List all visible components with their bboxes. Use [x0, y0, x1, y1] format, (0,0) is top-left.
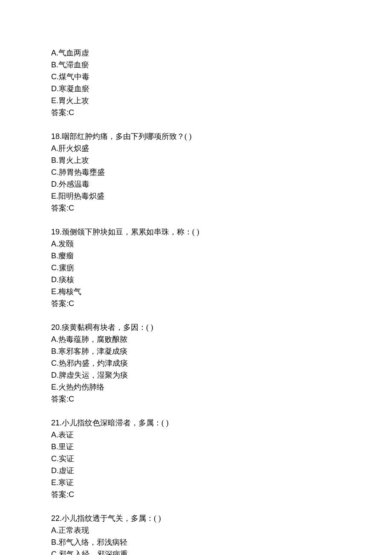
option-line: A.正常表现 [51, 524, 341, 536]
option-letter: A [51, 431, 56, 439]
option-line: E.梅核气 [51, 286, 341, 298]
answer-line: 答案:C [51, 202, 341, 214]
option-text: 胃火上攻 [58, 156, 89, 165]
option-letter: D [51, 275, 57, 284]
blank-line [51, 500, 341, 512]
option-line: B.邪气入络，邪浅病轻 [51, 536, 341, 548]
option-text: 邪气入络，邪浅病轻 [58, 538, 127, 546]
blank-line [51, 405, 341, 417]
option-text: 瘰疬 [59, 263, 74, 272]
blank-line [51, 309, 341, 321]
option-line: C.煤气中毒 [51, 71, 341, 83]
option-line: B.瘿瘤 [51, 250, 341, 262]
answer-label: 答案 [51, 490, 66, 499]
answer-value: C [69, 204, 74, 212]
option-line: D.脾虚失运，湿聚为痰 [51, 369, 341, 381]
question-number: 19 [51, 228, 60, 236]
option-letter: B [51, 61, 56, 69]
answer-label: 答案 [51, 204, 66, 212]
option-letter: B [51, 538, 56, 546]
option-letter: D [51, 466, 57, 475]
option-line: D.痰核 [51, 274, 341, 286]
option-text: 外感温毒 [59, 180, 89, 188]
option-text: 胃火上攻 [58, 96, 89, 105]
question-stem: 19.颈侧颌下肿块如豆，累累如串珠，称：( ) [51, 226, 341, 238]
question-stem: 21.小儿指纹色深暗滞者，多属：( ) [51, 417, 341, 429]
option-letter: D [51, 371, 57, 379]
option-letter: B [51, 442, 56, 451]
question-stem: 20.痰黄黏稠有块者，多因：( ) [51, 321, 341, 333]
answer-value: C [69, 299, 74, 308]
option-line: D.虚证 [51, 465, 341, 477]
option-text: 邪气入经，邪深病重 [59, 550, 128, 555]
answer-line: 答案:C [51, 107, 341, 119]
answer-label: 答案 [51, 395, 66, 403]
option-line: E.寒证 [51, 477, 341, 489]
blank-line [51, 214, 341, 226]
question-number: 21 [51, 419, 60, 427]
option-line: D.外感温毒 [51, 178, 341, 190]
option-text: 热毒蕴肺，腐败酿脓 [58, 335, 127, 344]
question-stem: 22.小儿指纹透于气关，多属：( ) [51, 512, 341, 524]
answer-label: 答案 [51, 108, 66, 117]
option-line: A.热毒蕴肺，腐败酿脓 [51, 333, 341, 345]
question-text: 小儿指纹透于气关，多属：( ) [62, 514, 161, 523]
option-line: C.邪气入经，邪深病重 [51, 548, 341, 555]
option-letter: B [51, 156, 56, 165]
option-text: 表证 [58, 431, 74, 439]
option-text: 脾虚失运，湿聚为痰 [59, 371, 128, 379]
option-letter: C [51, 359, 57, 367]
option-line: B.里证 [51, 441, 341, 453]
option-text: 肺胃热毒壅盛 [59, 168, 105, 176]
option-letter: A [51, 49, 56, 57]
blank-line [51, 119, 341, 130]
option-text: 寒证 [58, 478, 74, 487]
option-line: E.阳明热毒炽盛 [51, 190, 341, 202]
option-line: B.寒邪客肺，津凝成痰 [51, 345, 341, 357]
option-letter: E [51, 383, 56, 391]
answer-value: C [69, 108, 74, 117]
option-text: 虚证 [59, 466, 74, 475]
option-text: 火热灼伤肺络 [58, 383, 104, 391]
option-line: B.胃火上攻 [51, 154, 341, 166]
option-text: 肝火炽盛 [58, 144, 89, 153]
option-text: 寒邪客肺，津凝成痰 [58, 347, 127, 356]
option-text: 热邪内盛，灼津成痰 [59, 359, 128, 367]
option-letter: C [51, 454, 57, 463]
option-letter: C [51, 72, 57, 81]
option-line: A.气血两虚 [51, 47, 341, 59]
question-number: 22 [51, 514, 60, 523]
option-text: 瘿瘤 [58, 251, 74, 260]
option-letter: D [51, 84, 57, 93]
question-number: 20 [51, 323, 60, 332]
option-text: 梅核气 [58, 287, 81, 296]
option-text: 煤气中毒 [59, 72, 89, 81]
question-stem: 18.咽部红肿灼痛，多由下列哪项所致？( ) [51, 130, 341, 142]
question-text: 咽部红肿灼痛，多由下列哪项所致？( ) [62, 132, 192, 141]
option-text: 寒凝血瘀 [59, 84, 89, 93]
option-letter: C [51, 168, 57, 176]
question-number: 18 [51, 132, 60, 141]
option-line: A.发颐 [51, 238, 341, 250]
option-line: C.瘰疬 [51, 262, 341, 274]
option-line: C.热邪内盛，灼津成痰 [51, 357, 341, 369]
question-text: 痰黄黏稠有块者，多因：( ) [62, 323, 153, 332]
option-line: A.表证 [51, 429, 341, 441]
answer-label: 答案 [51, 299, 66, 308]
option-letter: E [51, 96, 56, 105]
document-page: A.气血两虚 B.气滞血瘀 C.煤气中毒 D.寒凝血瘀 E.胃火上攻 答案:C … [0, 0, 392, 555]
question-text: 小儿指纹色深暗滞者，多属：( ) [62, 419, 169, 427]
option-text: 发颐 [58, 240, 74, 248]
option-letter: E [51, 192, 56, 200]
option-letter: E [51, 287, 56, 296]
answer-line: 答案:C [51, 393, 341, 405]
option-letter: A [51, 526, 56, 535]
answer-line: 答案:C [51, 298, 341, 309]
option-letter: B [51, 347, 56, 356]
option-line: E.胃火上攻 [51, 95, 341, 107]
option-line: C.实证 [51, 453, 341, 465]
option-text: 痰核 [59, 275, 74, 284]
option-text: 实证 [59, 454, 74, 463]
option-line: A.肝火炽盛 [51, 142, 341, 154]
answer-value: C [69, 395, 74, 403]
